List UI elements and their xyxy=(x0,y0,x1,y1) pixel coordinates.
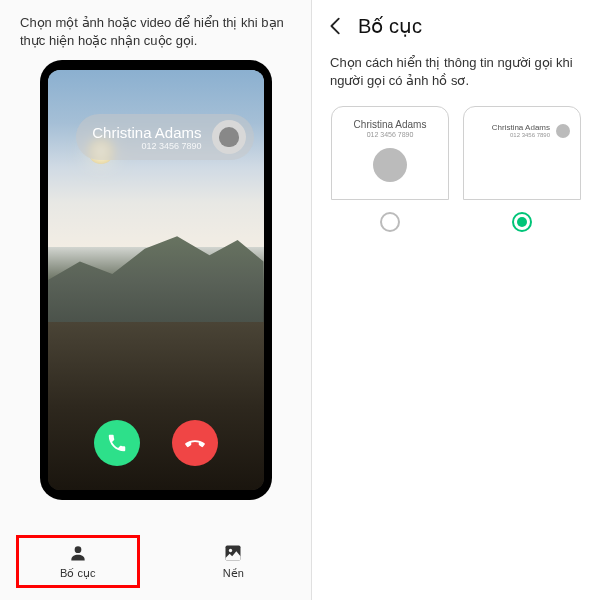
bottom-tabs: Bố cục Nền xyxy=(0,529,311,600)
layout-preview-pill: Christina Adams 012 3456 7890 xyxy=(463,106,581,200)
image-icon xyxy=(223,543,243,563)
page-title: Bố cục xyxy=(358,14,422,38)
preview-number: 012 3456 7890 xyxy=(367,131,414,138)
preview-avatar-icon xyxy=(373,148,407,182)
screen-layout-settings: Bố cục Chọn cách hiển thị thông tin ngườ… xyxy=(312,0,600,600)
accept-call-button[interactable] xyxy=(94,420,140,466)
header-row: Bố cục xyxy=(312,0,600,46)
preview-number: 012 3456 7890 xyxy=(510,132,550,138)
layout-preview-centered: Christina Adams 012 3456 7890 xyxy=(331,106,449,200)
tab-layout[interactable]: Bố cục xyxy=(18,537,138,586)
radio-option-centered[interactable] xyxy=(380,212,400,232)
layout-option-pill[interactable]: Christina Adams 012 3456 7890 xyxy=(462,106,582,232)
preview-name: Christina Adams xyxy=(354,119,427,130)
back-button[interactable] xyxy=(324,14,348,38)
phone-icon xyxy=(106,432,128,454)
tab-layout-label: Bố cục xyxy=(60,567,95,580)
phone-preview-screen: Christina Adams 012 3456 7890 xyxy=(48,70,264,490)
avatar-silhouette-icon xyxy=(219,127,239,147)
caller-number: 012 3456 7890 xyxy=(141,141,201,151)
tab-background[interactable]: Nền xyxy=(173,537,293,586)
decline-call-button[interactable] xyxy=(172,420,218,466)
tab-background-label: Nền xyxy=(223,567,244,580)
screen-call-background: Chọn một ảnh hoặc video để hiển thị khi … xyxy=(0,0,312,600)
preview-name: Christina Adams xyxy=(492,123,550,132)
phone-down-icon xyxy=(184,432,206,454)
svg-point-0 xyxy=(74,546,81,553)
caller-info-pill: Christina Adams 012 3456 7890 xyxy=(76,114,253,160)
layout-description: Chọn cách hiển thị thông tin người gọi k… xyxy=(312,46,600,106)
preview-avatar-icon xyxy=(556,124,570,138)
layout-option-centered[interactable]: Christina Adams 012 3456 7890 xyxy=(330,106,450,232)
caller-name: Christina Adams xyxy=(92,124,201,141)
chevron-left-icon xyxy=(325,15,347,37)
phone-preview-frame: Christina Adams 012 3456 7890 xyxy=(40,60,272,500)
layout-options: Christina Adams 012 3456 7890 Christina … xyxy=(312,106,600,232)
caller-avatar xyxy=(212,120,246,154)
intro-text: Chọn một ảnh hoặc video để hiển thị khi … xyxy=(0,0,311,60)
radio-option-pill[interactable] xyxy=(512,212,532,232)
call-action-row xyxy=(48,420,264,466)
svg-point-2 xyxy=(229,549,232,552)
person-icon xyxy=(68,543,88,563)
